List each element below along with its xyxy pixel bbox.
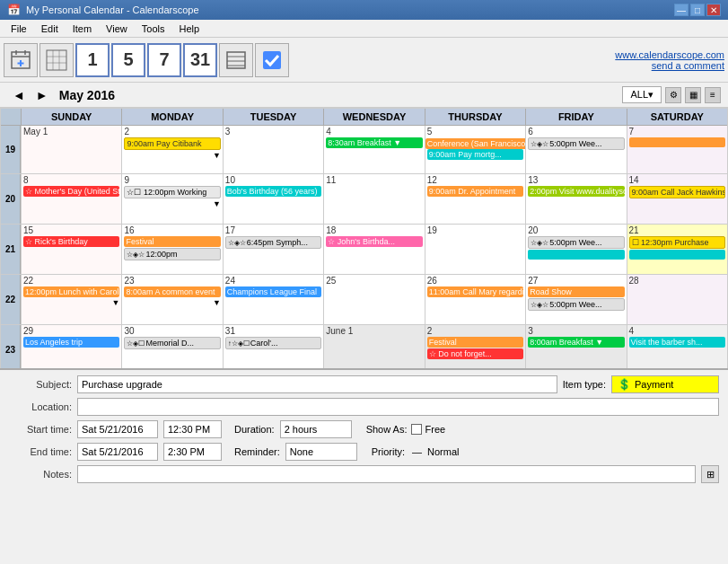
event-do-not-forget[interactable]: ☆ Do not forget... xyxy=(427,348,523,359)
comment-link[interactable]: send a comment xyxy=(615,60,724,71)
day-may12[interactable]: 12 9:00am Dr. Appointment xyxy=(425,174,525,224)
day-may30[interactable]: 30 ☆◈☐ Memorial D... xyxy=(121,325,222,368)
event-working[interactable]: ☆☐ 12:00pm Working xyxy=(124,186,220,198)
day-may18[interactable]: 18 ☆ John's Birthda... xyxy=(323,225,424,274)
day-may14[interactable]: 14 9:00am Call Jack Hawkins xyxy=(627,174,727,224)
day-may9[interactable]: 9 ☆☐ 12:00pm Working ▼ xyxy=(121,174,222,224)
notes-input[interactable] xyxy=(77,465,696,483)
day-may2[interactable]: 2 9:00am Pay Citibank ▼ xyxy=(121,126,222,173)
event-weekly-fri-may6[interactable]: ☆◈☆ 5:00pm Wee... xyxy=(528,137,624,150)
menu-item[interactable]: Item xyxy=(66,22,99,36)
website-link[interactable]: www.calendarscope.com xyxy=(615,49,724,60)
subject-input[interactable] xyxy=(77,375,557,393)
day1-button[interactable]: 1 xyxy=(75,43,110,77)
menu-view[interactable]: View xyxy=(99,22,135,36)
event-champions-league[interactable]: Champions League Final xyxy=(225,286,321,297)
start-date-input[interactable] xyxy=(77,420,158,438)
day7-button[interactable]: 7 xyxy=(147,43,181,77)
day5-button[interactable]: 5 xyxy=(111,43,145,77)
day-may26[interactable]: 26 11:00am Call Mary regarding xyxy=(425,275,525,324)
day-may11[interactable]: 11 xyxy=(323,174,424,224)
notes-expand-button[interactable]: ⊞ xyxy=(701,465,719,483)
minimize-button[interactable]: — xyxy=(674,4,689,16)
event-road-show[interactable]: Road Show xyxy=(528,286,624,297)
day-may21[interactable]: 21 ☐ 12:30pm Purchase xyxy=(627,225,727,274)
event-festival-june2[interactable]: Festival xyxy=(427,337,523,348)
show-as-checkbox[interactable] xyxy=(411,424,422,435)
event-visit-duality[interactable]: 2:00pm Visit www.dualitysoft.c... xyxy=(528,186,624,197)
event-memorial-day[interactable]: ☆◈☐ Memorial D... xyxy=(124,337,220,349)
prev-month-button[interactable]: ◄ xyxy=(7,86,31,104)
day-may17[interactable]: 17 ☆◈☆ 6:45pm Symph... xyxy=(223,225,323,274)
day-may16[interactable]: 16 Festival ☆◈☆ 12:00pm xyxy=(121,225,222,274)
event-bobs-birthday[interactable]: Bob's Birthday (56 years) xyxy=(225,186,321,197)
event-festival-may16[interactable]: Festival xyxy=(124,236,220,247)
week-view-button[interactable] xyxy=(39,43,74,77)
reminder-input[interactable] xyxy=(285,443,357,461)
day-june2[interactable]: 2 Festival ☆ Do not forget... xyxy=(425,325,525,368)
event-call-mary[interactable]: 11:00am Call Mary regarding xyxy=(427,286,523,297)
day-may10[interactable]: 10 Bob's Birthday (56 years) xyxy=(223,174,323,224)
day-may15[interactable]: 15 ☆ Rick's Birthday xyxy=(21,225,121,274)
menu-tools[interactable]: Tools xyxy=(135,22,172,36)
checkmark-view-button[interactable] xyxy=(255,43,289,77)
event-dr-appointment[interactable]: 9:00am Dr. Appointment xyxy=(427,186,523,197)
item-type-value[interactable]: 💲 Payment xyxy=(611,375,719,393)
day-may3[interactable]: 3 xyxy=(223,126,323,173)
event-cyan-bar-may20[interactable] xyxy=(528,250,624,260)
day-may1[interactable]: May 1 xyxy=(21,126,121,173)
day-may24[interactable]: 24 Champions League Final xyxy=(223,275,323,324)
event-la-trip[interactable]: Los Angeles trip xyxy=(23,337,119,348)
start-time-input[interactable] xyxy=(163,420,222,438)
day-may4[interactable]: 4 8:30am Breakfast ▼ xyxy=(323,126,424,173)
end-time-input[interactable] xyxy=(163,443,222,461)
day-june1[interactable]: June 1 xyxy=(323,325,424,368)
event-johns-birthday[interactable]: ☆ John's Birthda... xyxy=(326,236,422,247)
location-input[interactable] xyxy=(77,398,719,416)
event-purchase[interactable]: ☐ 12:30pm Purchase xyxy=(629,236,725,249)
event-mothers-day[interactable]: ☆ Mother's Day (United States) xyxy=(23,186,119,197)
day-may27[interactable]: 27 Road Show ☆◈☆ 5:00pm Wee... xyxy=(525,275,626,324)
menu-edit[interactable]: Edit xyxy=(34,22,66,36)
day-may22[interactable]: 22 12:00pm Lunch with Carol ▼ xyxy=(21,275,121,324)
day-may8[interactable]: 8 ☆ Mother's Day (United States) xyxy=(21,174,121,224)
next-month-button[interactable]: ► xyxy=(31,86,54,104)
event-weekly-fri-may20[interactable]: ☆◈☆ 5:00pm Wee... xyxy=(528,236,624,249)
event-lunch-carol[interactable]: 12:00pm Lunch with Carol xyxy=(23,286,119,297)
settings-icon[interactable]: ⚙ xyxy=(665,87,681,103)
event-weekly-fri-may27[interactable]: ☆◈☆ 5:00pm Wee... xyxy=(528,298,624,311)
event-common-event[interactable]: 8:00am A common event xyxy=(124,286,220,297)
day-may25[interactable]: 25 xyxy=(323,275,424,324)
event-breakfast-may4[interactable]: 8:30am Breakfast ▼ xyxy=(326,137,422,148)
menu-file[interactable]: File xyxy=(4,22,34,36)
end-date-input[interactable] xyxy=(77,443,158,461)
event-symphony[interactable]: ☆◈☆ 6:45pm Symph... xyxy=(225,236,321,249)
maximize-button[interactable]: □ xyxy=(690,4,705,16)
day-may13[interactable]: 13 2:00pm Visit www.dualitysoft.c... xyxy=(525,174,626,224)
event-weekly-mon-may16[interactable]: ☆◈☆ 12:00pm xyxy=(124,248,220,260)
day-may28[interactable]: 28 xyxy=(627,275,727,324)
day-may29[interactable]: 29 Los Angeles trip xyxy=(21,325,121,368)
day31-button[interactable]: 31 xyxy=(183,43,217,77)
event-cyan-bar-may21[interactable] xyxy=(629,250,725,260)
day-may6[interactable]: 6 ☆◈☆ 5:00pm Wee... xyxy=(525,126,626,173)
event-pay-citibank[interactable]: 9:00am Pay Citibank xyxy=(124,137,220,150)
event-pay-mortgage[interactable]: 9:00am Pay mortg... xyxy=(427,149,523,160)
all-filter-button[interactable]: ALL▾ xyxy=(622,86,662,103)
day-may31[interactable]: 31 ↑☆◈☐ Carol'... xyxy=(223,325,323,368)
day-may20[interactable]: 20 ☆◈☆ 5:00pm Wee... xyxy=(525,225,626,274)
event-conference[interactable]: Conference (San Francisco) xyxy=(425,138,525,149)
event-carol-may31[interactable]: ↑☆◈☐ Carol'... xyxy=(225,337,321,349)
day-may19[interactable]: 19 xyxy=(425,225,525,274)
event-breakfast-june3[interactable]: 8:00am Breakfast ▼ xyxy=(528,337,624,348)
new-event-button[interactable] xyxy=(4,43,38,77)
day-may23[interactable]: 23 8:00am A common event ▼ xyxy=(121,275,222,324)
event-ricks-birthday[interactable]: ☆ Rick's Birthday xyxy=(23,236,119,247)
menu-help[interactable]: Help xyxy=(171,22,206,36)
day-june3[interactable]: 3 8:00am Breakfast ▼ xyxy=(525,325,626,368)
event-orange-may7[interactable] xyxy=(629,137,725,147)
event-call-jack[interactable]: 9:00am Call Jack Hawkins xyxy=(629,186,725,198)
grid2-icon[interactable]: ▦ xyxy=(685,87,701,103)
day-may5[interactable]: 5 Conference (San Francisco) 9:00am Pay … xyxy=(425,126,525,173)
duration-input[interactable] xyxy=(280,420,352,438)
